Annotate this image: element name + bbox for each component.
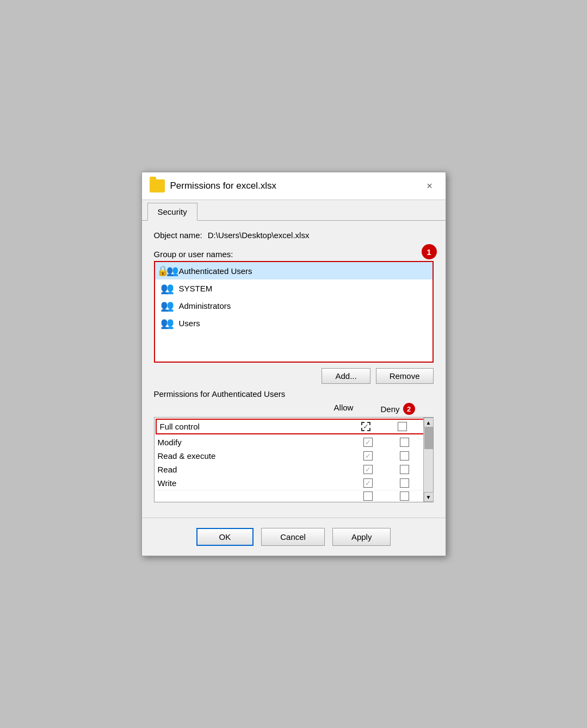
add-button[interactable]: Add... — [322, 368, 370, 384]
permissions-table: Full control ✓ Modify — [154, 417, 434, 502]
write-allow-checkbox[interactable]: ✓ — [363, 478, 373, 488]
authenticated-users-icon: 🔒 👥 — [160, 265, 175, 277]
tab-security[interactable]: Security — [147, 203, 197, 221]
users-icon: 👥 — [160, 317, 175, 329]
title-bar-left: Permissions for excel.xlsx — [150, 179, 277, 192]
user-item-system[interactable]: 👥 SYSTEM — [155, 279, 432, 297]
full-control-allow-checkbox[interactable]: ✓ — [361, 422, 370, 431]
read-deny-checkbox[interactable] — [400, 465, 409, 474]
user-name-users: Users — [179, 319, 200, 328]
user-name-authenticated: Authenticated Users — [179, 266, 252, 276]
object-name-label: Object name: — [154, 231, 202, 240]
perm-row-modify[interactable]: Modify ✓ — [155, 435, 433, 449]
user-item-users[interactable]: 👥 Users — [155, 314, 432, 332]
extra-allow-checkbox[interactable] — [363, 491, 373, 501]
folder-icon — [150, 179, 165, 192]
scroll-down-button[interactable]: ▼ — [424, 492, 434, 502]
perm-row-read-execute[interactable]: Read & execute ✓ — [155, 449, 433, 463]
user-list: 🔒 👥 Authenticated Users 👥 SYSTEM 👥 Admin… — [154, 261, 434, 363]
administrators-icon: 👥 — [160, 300, 175, 312]
close-button[interactable]: × — [422, 178, 438, 194]
perm-name-modify: Modify — [158, 438, 363, 447]
perm-row-extra — [155, 490, 433, 502]
scrollbar[interactable]: ▲ ▼ — [423, 418, 433, 502]
perm-row-write[interactable]: Write ✓ — [155, 476, 433, 490]
permissions-header-row: Permissions for Authenticated Users — [154, 389, 434, 401]
bottom-buttons: OK Cancel Apply — [142, 518, 446, 556]
tab-bar: Security — [142, 202, 446, 221]
scroll-thumb[interactable] — [424, 427, 433, 449]
perm-table-outer: Allow Deny 2 Full control — [154, 401, 434, 502]
object-name-row: Object name: D:\Users\Desktop\excel.xlsx — [154, 231, 434, 240]
badge-2: 2 — [403, 403, 415, 415]
system-icon: 👥 — [160, 282, 175, 294]
scroll-up-button[interactable]: ▲ — [424, 418, 434, 427]
add-remove-buttons: Add... Remove — [154, 368, 434, 384]
allow-column-header: Allow — [334, 403, 354, 415]
write-deny-checkbox[interactable] — [400, 478, 409, 488]
extra-deny-checkbox[interactable] — [400, 491, 409, 501]
read-execute-allow-checkbox[interactable]: ✓ — [363, 451, 373, 461]
dialog-title: Permissions for excel.xlsx — [170, 181, 277, 191]
deny-column-header: Deny — [380, 405, 399, 414]
permissions-dialog: Permissions for excel.xlsx × Security Ob… — [141, 172, 446, 556]
modify-allow-checkbox[interactable]: ✓ — [363, 438, 373, 447]
read-execute-deny-checkbox[interactable] — [400, 451, 409, 461]
read-allow-checkbox[interactable]: ✓ — [363, 465, 373, 474]
object-name-value: D:\Users\Desktop\excel.xlsx — [208, 231, 310, 240]
title-bar: Permissions for excel.xlsx × — [142, 172, 446, 200]
perm-name-full-control: Full control — [160, 422, 361, 431]
user-name-administrators: Administrators — [179, 301, 231, 310]
apply-button[interactable]: Apply — [332, 528, 391, 546]
group-section-header: Group or user names: 1 — [154, 250, 434, 259]
modify-deny-checkbox[interactable] — [400, 438, 409, 447]
perm-name-write: Write — [158, 478, 363, 488]
user-item-authenticated[interactable]: 🔒 👥 Authenticated Users — [155, 262, 432, 279]
ok-button[interactable]: OK — [196, 528, 254, 546]
badge-1: 1 — [422, 244, 437, 259]
dialog-content: Object name: D:\Users\Desktop\excel.xlsx… — [142, 221, 446, 512]
group-label: Group or user names: — [154, 250, 233, 259]
perm-columns-header: Allow Deny 2 — [154, 401, 434, 417]
permissions-section: Permissions for Authenticated Users Allo… — [154, 389, 434, 502]
full-control-deny-checkbox[interactable] — [398, 422, 407, 431]
perm-row-full-control[interactable]: Full control ✓ — [156, 419, 432, 434]
cancel-button[interactable]: Cancel — [261, 528, 325, 546]
user-item-administrators[interactable]: 👥 Administrators — [155, 297, 432, 314]
user-name-system: SYSTEM — [179, 284, 213, 293]
perm-name-read: Read — [158, 465, 363, 474]
group-label-wrap: Group or user names: — [154, 250, 233, 259]
user-list-empty — [155, 332, 432, 362]
remove-button[interactable]: Remove — [376, 368, 434, 384]
perm-name-read-execute: Read & execute — [158, 451, 363, 461]
perm-row-read[interactable]: Read ✓ — [155, 463, 433, 476]
permissions-label: Permissions for Authenticated Users — [154, 389, 286, 399]
